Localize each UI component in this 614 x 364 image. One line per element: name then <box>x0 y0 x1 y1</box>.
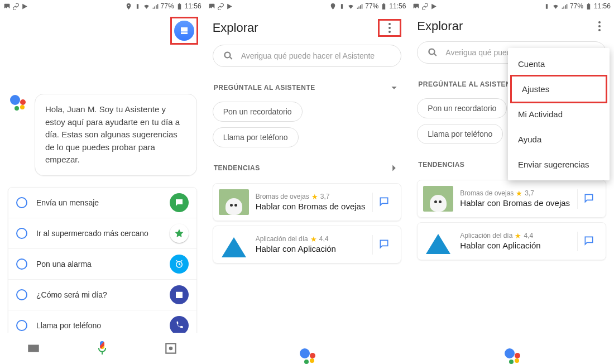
link-icon <box>217 3 224 10</box>
suggestion-label: ¿Cómo será mi día? <box>36 290 161 299</box>
signal-icon <box>356 3 363 10</box>
star-icon: ★ <box>515 232 521 240</box>
clock-time: 11:56 <box>389 2 406 10</box>
play-icon <box>226 3 233 10</box>
card-chat-button[interactable] <box>372 235 395 255</box>
play-icon <box>430 3 438 10</box>
trending-card[interactable]: Aplicación del día ★ 4,4Hablar con Aplic… <box>213 226 402 264</box>
picture-icon <box>3 3 11 10</box>
signal-icon <box>152 3 159 10</box>
section-trending-label: TENDENCIAS <box>418 161 464 169</box>
battery-pct: 77% <box>570 2 583 10</box>
suggestion-label: Envía un mensaje <box>36 198 161 207</box>
overflow-button[interactable] <box>383 23 396 33</box>
card-title: Hablar con Bromas de ovejas <box>256 202 366 212</box>
battery-pct: 77% <box>365 2 378 10</box>
wifi-icon <box>347 3 354 10</box>
statusbar: 77% 11:56 <box>0 0 205 12</box>
battery-icon <box>380 3 387 10</box>
chip[interactable]: Pon un recordatorio <box>417 98 507 118</box>
menu-item-ajustes[interactable]: Ajustes <box>510 75 607 103</box>
svg-point-0 <box>169 347 173 351</box>
star-icon: ★ <box>311 193 318 201</box>
explore-button-highlight <box>170 17 198 45</box>
battery-icon <box>585 3 592 10</box>
radio-icon <box>16 197 27 208</box>
card-thumbnail <box>423 186 453 212</box>
card-pretitle: Bromas de ovejas ★ 3,7 <box>460 189 570 198</box>
star-icon: ★ <box>310 235 317 243</box>
card-chat-button[interactable] <box>372 193 395 212</box>
page-title: Explorar <box>213 21 258 35</box>
radio-icon <box>16 258 27 270</box>
play-icon <box>21 3 28 10</box>
radio-icon <box>16 320 27 331</box>
assistant-home-button[interactable] <box>205 347 410 362</box>
chevron-right-icon[interactable] <box>388 162 400 174</box>
link-icon <box>12 3 20 10</box>
link-icon <box>421 3 429 10</box>
mic-button[interactable] <box>94 340 111 357</box>
trending-card[interactable]: Bromas de ovejas ★ 3,7Hablar con Bromas … <box>417 180 606 218</box>
overflow-button[interactable] <box>593 21 606 31</box>
maps-icon <box>170 224 189 243</box>
suggestion-label: Ir al supermercado más cercano <box>36 229 161 238</box>
clock-time: 11:56 <box>594 2 611 10</box>
location-icon <box>125 3 132 10</box>
suggestion-list: Envía un mensajeIr al supermercado más c… <box>8 187 197 341</box>
card-thumbnail <box>423 228 453 254</box>
radio-icon <box>16 289 27 300</box>
menu-item-enviar-sugerencias[interactable]: Enviar sugerencias <box>508 152 610 177</box>
search-input[interactable]: Averigua qué puede hacer el Asistente <box>213 45 402 67</box>
search-icon <box>428 47 438 58</box>
card-chat-button[interactable] <box>577 189 600 209</box>
overflow-menu: CuentaAjustesMi ActividadAyudaEnviar sug… <box>508 48 610 180</box>
card-pretitle: Aplicación del día ★ 4,4 <box>256 235 366 243</box>
explore-button[interactable] <box>174 21 194 41</box>
suggestion-item[interactable]: Pon una alarma <box>8 249 196 280</box>
overflow-button-highlight <box>378 19 401 37</box>
card-pretitle: Bromas de ovejas ★ 3,7 <box>256 193 366 201</box>
suggestion-item[interactable]: Ir al supermercado más cercano <box>8 218 196 249</box>
card-chat-button[interactable] <box>577 232 600 251</box>
chip[interactable]: Llama por teléfono <box>417 124 503 144</box>
page-title: Explorar <box>417 19 463 33</box>
card-title: Hablar con Bromas de ovejas <box>460 198 570 209</box>
phone-icon <box>170 316 189 335</box>
trending-card[interactable]: Bromas de ovejas ★ 3,7Hablar con Bromas … <box>213 183 402 221</box>
assistant-greeting-bubble: Hola, Juan M. Soy tu Asistente y estoy a… <box>35 94 197 176</box>
assistant-logo <box>8 94 27 113</box>
phone-screen-explore-menu: 77% 11:56 Explorar Averigua qué puede ha… <box>409 0 614 364</box>
menu-item-ayuda[interactable]: Ayuda <box>508 127 610 152</box>
chip[interactable]: Pon un recordatorio <box>213 102 303 122</box>
suggestion-item[interactable]: ¿Cómo será mi día? <box>8 280 196 310</box>
clock-time: 11:56 <box>185 2 202 10</box>
location-icon <box>329 3 337 10</box>
card-pretitle: Aplicación del día ★ 4,4 <box>460 232 570 240</box>
chip[interactable]: Llama por teléfono <box>213 127 299 147</box>
drawer-icon <box>179 26 189 36</box>
menu-item-cuenta[interactable]: Cuenta <box>508 51 610 76</box>
vibrate-icon <box>134 3 141 10</box>
card-title: Hablar con Aplicación <box>256 244 366 255</box>
trending-card[interactable]: Aplicación del día ★ 4,4Hablar con Aplic… <box>417 222 606 260</box>
chevron-down-icon[interactable] <box>388 82 400 94</box>
phone-screen-assistant: 77% 11:56 Hola, Juan M. Soy tu Asistente… <box>0 0 205 364</box>
menu-item-mi-actividad[interactable]: Mi Actividad <box>508 102 610 127</box>
star-icon: ★ <box>516 189 522 198</box>
vibrate-icon <box>338 3 346 10</box>
suggestion-item[interactable]: Envía un mensaje <box>8 188 196 218</box>
card-thumbnail <box>219 189 249 215</box>
radio-icon <box>16 228 27 239</box>
search-icon <box>223 51 233 61</box>
signal-icon <box>561 3 568 10</box>
section-trending-label: TENDENCIAS <box>214 164 260 172</box>
wifi-icon <box>552 3 559 10</box>
phone-screen-explore: 77% 11:56 Explorar Averigua qué puede ha… <box>205 0 410 364</box>
vibrate-icon <box>543 3 550 10</box>
statusbar: 77% 11:56 <box>409 0 614 12</box>
assistant-home-button[interactable] <box>409 347 614 362</box>
keyboard-icon[interactable] <box>26 341 41 356</box>
statusbar: 77% 11:56 <box>205 0 410 12</box>
lens-icon[interactable] <box>164 341 178 356</box>
